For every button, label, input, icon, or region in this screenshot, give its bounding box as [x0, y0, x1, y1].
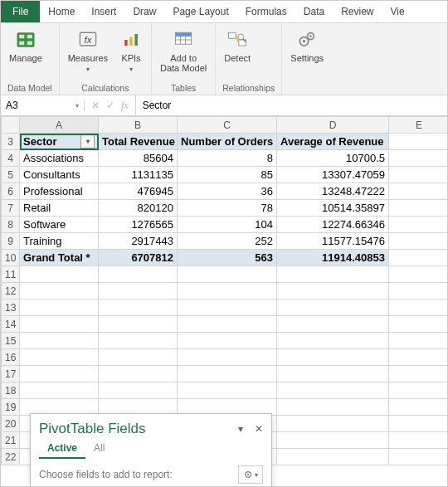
cell-A9[interactable]: Training	[20, 233, 99, 250]
cell-B7[interactable]: 820120	[99, 200, 178, 217]
row-header-18[interactable]: 18	[2, 382, 20, 399]
row-header-22[interactable]: 22	[2, 449, 20, 465]
fx-icon[interactable]: fx	[121, 100, 129, 112]
cell-B8[interactable]: 1276565	[99, 217, 178, 233]
cell-A7[interactable]: Retail	[20, 200, 99, 217]
cell-D4[interactable]: 10700.5	[277, 150, 389, 167]
data-tab[interactable]: Data	[295, 1, 333, 22]
cell-C4[interactable]: 8	[178, 150, 277, 167]
cell-A3[interactable]: Sector▾	[20, 134, 99, 150]
cell-C9[interactable]: 252	[178, 233, 277, 250]
cell-A4[interactable]: Associations	[20, 150, 99, 167]
select-all-corner[interactable]	[2, 117, 20, 134]
cell-C7[interactable]: 78	[178, 200, 277, 217]
cell-C6[interactable]: 36	[178, 183, 277, 200]
cell-B5[interactable]: 1131135	[99, 167, 178, 183]
insert-tab[interactable]: Insert	[83, 1, 124, 22]
pane-close-icon[interactable]: ✕	[255, 423, 263, 435]
tab-active[interactable]: Active	[39, 439, 85, 459]
cell-C5[interactable]: 85	[178, 167, 277, 183]
cell-D9[interactable]: 11577.15476	[277, 233, 389, 250]
review-tab[interactable]: Review	[333, 1, 382, 22]
formulas-tab[interactable]: Formulas	[237, 1, 295, 22]
cell-E3[interactable]	[389, 134, 448, 150]
tab-all[interactable]: All	[85, 439, 113, 459]
detect-button[interactable]: Detect	[222, 27, 252, 65]
col-header-C[interactable]: C	[178, 117, 277, 134]
row-header-4[interactable]: 4	[2, 150, 20, 167]
row-header-13[interactable]: 13	[2, 300, 20, 316]
cell-D6[interactable]: 13248.47222	[277, 183, 389, 200]
row-header-12[interactable]: 12	[2, 283, 20, 300]
row-header-20[interactable]: 20	[2, 416, 20, 432]
home-tab[interactable]: Home	[40, 1, 83, 22]
cell-E6[interactable]	[389, 183, 448, 200]
settings-button[interactable]: Settings	[289, 27, 325, 65]
cell-B9[interactable]: 2917443	[99, 233, 178, 250]
row-header-9[interactable]: 9	[2, 233, 20, 250]
col-header-D[interactable]: D	[277, 117, 389, 134]
row-header-17[interactable]: 17	[2, 366, 20, 382]
cell-C10[interactable]: 563	[178, 250, 277, 266]
pivottable-fields-pane[interactable]: PivotTable Fields ▾ ✕ Active All Choose …	[30, 413, 272, 486]
cell-C3[interactable]: Number of Orders	[178, 134, 277, 150]
row-header-3[interactable]: 3	[2, 134, 20, 150]
row-header-14[interactable]: 14	[2, 316, 20, 333]
view-tab[interactable]: Vie	[382, 1, 413, 22]
name-box[interactable]: A3▾	[1, 100, 85, 111]
row-header-7[interactable]: 7	[2, 200, 20, 217]
cell-A6[interactable]: Professional	[20, 183, 99, 200]
cell-D10[interactable]: 11914.40853	[277, 250, 389, 266]
file-tab[interactable]: File	[1, 1, 40, 22]
row-header-6[interactable]: 6	[2, 183, 20, 200]
row-header-5[interactable]: 5	[2, 167, 20, 183]
cell-C8[interactable]: 104	[178, 217, 277, 233]
cell-B4[interactable]: 85604	[99, 150, 178, 167]
measures-button[interactable]: fx Measures▾	[66, 27, 110, 76]
cell-D3[interactable]: Average of Revenue	[277, 134, 389, 150]
filter-dropdown-icon[interactable]: ▾	[80, 134, 95, 149]
name-box-dropdown-icon[interactable]: ▾	[75, 102, 79, 110]
cell-E9[interactable]	[389, 233, 448, 250]
row-header-8[interactable]: 8	[2, 217, 20, 233]
cell-D7[interactable]: 10514.35897	[277, 200, 389, 217]
row-header-11[interactable]: 11	[2, 266, 20, 283]
worksheet-grid[interactable]: A B C D E 3 Sector▾ Total Revenue Number…	[1, 116, 447, 486]
cell-E10[interactable]	[389, 250, 448, 266]
col-header-E[interactable]: E	[389, 117, 448, 134]
cell-A10[interactable]: Grand Total *	[20, 250, 99, 266]
draw-tab[interactable]: Draw	[124, 1, 164, 22]
cell-E5[interactable]	[389, 167, 448, 183]
cell-A8[interactable]: Software	[20, 217, 99, 233]
row-header-15[interactable]: 15	[2, 333, 20, 349]
group-tables: Tables	[158, 81, 208, 93]
cell-B6[interactable]: 476945	[99, 183, 178, 200]
cell-B10[interactable]: 6707812	[99, 250, 178, 266]
add-to-data-model-button[interactable]: Add toData Model	[158, 27, 208, 75]
cell-B3[interactable]: Total Revenue	[99, 134, 178, 150]
cell-E8[interactable]	[389, 217, 448, 233]
page-layout-tab[interactable]: Page Layout	[164, 1, 236, 22]
kpis-icon	[119, 28, 143, 51]
row-header-21[interactable]: 21	[2, 432, 20, 449]
row-header-19[interactable]: 19	[2, 399, 20, 416]
cell-D8[interactable]: 12274.66346	[277, 217, 389, 233]
svg-rect-1	[19, 35, 24, 38]
group-calculations: Calculations	[66, 81, 144, 93]
formula-input[interactable]: Sector	[136, 100, 447, 111]
cell-A5[interactable]: Consultants	[20, 167, 99, 183]
cell-E4[interactable]	[389, 150, 448, 167]
enter-icon[interactable]: ✓	[106, 100, 114, 111]
row-header-10[interactable]: 10	[2, 250, 20, 266]
col-header-A[interactable]: A	[20, 117, 99, 134]
cancel-icon[interactable]: ✕	[91, 100, 100, 111]
cell-D5[interactable]: 13307.47059	[277, 167, 389, 183]
col-header-B[interactable]: B	[99, 117, 178, 134]
row-header-16[interactable]: 16	[2, 349, 20, 366]
cell-E7[interactable]	[389, 200, 448, 217]
tools-button[interactable]: ▾	[238, 465, 263, 484]
kpis-button[interactable]: KPIs▾	[118, 27, 144, 76]
manage-button[interactable]: Manage	[7, 27, 44, 65]
pane-dropdown-icon[interactable]: ▾	[238, 423, 243, 435]
svg-rect-9	[134, 34, 138, 46]
